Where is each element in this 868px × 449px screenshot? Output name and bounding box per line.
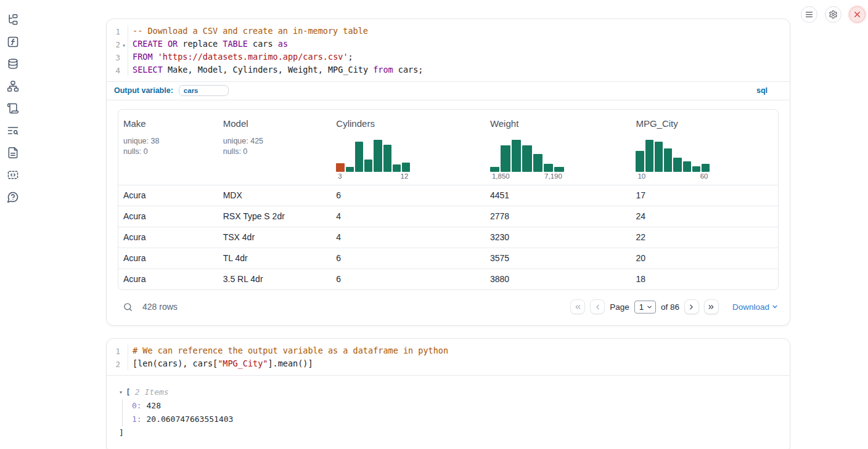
marimo-app: 1-- Download a CSV and create an in-memo… — [0, 0, 868, 449]
histogram-bars — [336, 140, 410, 172]
column-header-make[interactable]: Makeunique: 38nulls: 0 — [118, 110, 218, 185]
row-count: 428 rows — [142, 302, 178, 312]
menu-icon[interactable] — [801, 6, 817, 23]
histogram-axis: 312 — [336, 172, 410, 180]
histogram-bar — [355, 142, 363, 172]
help-chat-icon[interactable] — [2, 186, 24, 208]
file-tree-icon[interactable] — [2, 9, 24, 31]
line-number: 2 — [107, 358, 120, 371]
table-cell: 3880 — [485, 269, 631, 289]
histogram-bar — [393, 164, 401, 172]
last-page-button[interactable] — [704, 299, 719, 314]
fold-chevron-icon[interactable]: ▾ — [120, 38, 128, 52]
histogram-bar — [554, 167, 563, 172]
column-header-weight[interactable]: Weight1,8507,190 — [485, 110, 631, 185]
axis-tick-label: 60 — [700, 172, 708, 180]
histogram-bar — [512, 140, 521, 172]
table-cell: 3575 — [485, 248, 631, 269]
code-line[interactable]: 3FROM 'https://datasets.marimo.app/cars.… — [107, 51, 790, 64]
histogram-bars — [490, 140, 564, 172]
column-header-cylinders[interactable]: Cylinders312 — [331, 110, 485, 185]
download-button[interactable]: Download — [732, 302, 779, 312]
python-output: ▾ [ 2 Items 0: 4281: 20.060747663551403 … — [107, 376, 790, 449]
item-index: 0: — [132, 401, 142, 410]
histogram-bar — [364, 160, 372, 172]
sql-table-output: Makeunique: 38nulls: 0Modelunique: 425nu… — [107, 100, 790, 290]
code-line[interactable]: 1-- Download a CSV and create an in-memo… — [107, 25, 790, 38]
first-page-button[interactable] — [570, 299, 585, 314]
item-index: 1: — [132, 415, 142, 424]
column-stat: unique: 425 — [223, 136, 327, 147]
code-text: FROM 'https://datasets.marimo.app/cars.c… — [128, 51, 353, 64]
output-variable-label: Output variable: — [114, 86, 173, 95]
column-header-model[interactable]: Modelunique: 425nulls: 0 — [218, 110, 332, 185]
code-text: SELECT Make, Model, Cylinders, Weight, M… — [128, 64, 423, 77]
code-line[interactable]: 4SELECT Make, Model, Cylinders, Weight, … — [107, 64, 790, 77]
python-code-editor[interactable]: 1# We can reference the output variable … — [107, 339, 790, 375]
next-page-button[interactable] — [684, 299, 699, 314]
output-list-header: ▾ [ 2 Items — [119, 386, 779, 399]
axis-tick-label: 12 — [401, 172, 409, 180]
previous-page-button[interactable] — [590, 299, 605, 314]
dependency-graph-icon[interactable] — [2, 75, 24, 97]
table-header-row: Makeunique: 38nulls: 0Modelunique: 425nu… — [118, 110, 778, 185]
scroll-icon[interactable] — [2, 97, 24, 119]
gear-icon[interactable] — [825, 6, 841, 23]
table-cell: 6 — [331, 185, 485, 206]
sql-code-editor[interactable]: 1-- Download a CSV and create an in-memo… — [107, 19, 790, 81]
table-row[interactable]: AcuraTSX 4dr4323022 — [118, 227, 778, 248]
table-row[interactable]: AcuraRSX Type S 2dr4277824 — [118, 206, 778, 227]
output-variable-input[interactable] — [179, 85, 229, 96]
output-list-item: 0: 428 — [132, 399, 779, 413]
histogram-bar — [490, 167, 499, 172]
histogram-bar — [645, 140, 653, 172]
data-table: Makeunique: 38nulls: 0Modelunique: 425nu… — [118, 109, 779, 290]
page-total-label: of 86 — [661, 302, 679, 312]
line-number: 4 — [107, 64, 120, 77]
table-cell: TL 4dr — [218, 248, 332, 269]
bracket-open: [ — [126, 386, 131, 399]
column-header-mpg_city[interactable]: MPG_City1060 — [631, 110, 778, 185]
code-text: CREATE OR replace TABLE cars as — [128, 38, 288, 52]
column-stat: nulls: 0 — [223, 147, 327, 157]
code-line[interactable]: 2[len(cars), cars["MPG_City"].mean()] — [107, 358, 790, 371]
table-cell: 6 — [331, 248, 485, 269]
code-line[interactable]: 1# We can reference the output variable … — [107, 345, 790, 358]
notebook-controls — [801, 6, 866, 23]
snippets-icon[interactable] — [2, 164, 24, 186]
logs-search-icon[interactable] — [2, 119, 24, 142]
histogram-bar — [346, 167, 354, 172]
table-cell: 4 — [331, 227, 485, 248]
histogram-bar — [683, 161, 691, 172]
code-line[interactable]: 2▾CREATE OR replace TABLE cars as — [107, 38, 790, 52]
fold-gutter — [120, 51, 128, 64]
document-icon[interactable] — [2, 142, 24, 164]
table-footer: 428 rows Page 1 of 86 — [107, 290, 790, 325]
histogram-bar — [402, 163, 410, 172]
pagination: Page 1 of 86 Download — [570, 299, 779, 314]
collapse-chevron-icon[interactable]: ▾ — [119, 386, 126, 399]
search-icon[interactable] — [118, 302, 133, 312]
fold-gutter — [120, 25, 128, 38]
database-icon[interactable] — [2, 53, 24, 75]
axis-tick-label: 3 — [338, 172, 342, 180]
code-text: # We can reference the output variable a… — [128, 345, 448, 358]
table-cell: 17 — [631, 185, 778, 206]
table-row[interactable]: AcuraMDX6445117 — [118, 185, 778, 206]
table-cell: 3.5 RL 4dr — [218, 269, 332, 289]
column-histogram: 1060 — [636, 140, 710, 180]
histogram-bar — [636, 151, 644, 172]
page-select[interactable]: 1 — [634, 301, 656, 313]
column-stat: unique: 38 — [123, 136, 213, 147]
fold-gutter — [120, 345, 128, 358]
table-cell: 24 — [631, 206, 778, 227]
table-row[interactable]: AcuraTL 4dr6357520 — [118, 248, 778, 269]
histogram-bar — [383, 145, 391, 172]
table-cell: MDX — [218, 185, 332, 206]
function-square-icon[interactable] — [2, 31, 24, 53]
histogram-bar — [544, 164, 553, 172]
close-icon[interactable] — [849, 6, 866, 23]
table-row[interactable]: Acura3.5 RL 4dr6388018 — [118, 269, 778, 289]
axis-tick-label: 1,850 — [492, 172, 510, 180]
table-cell: TSX 4dr — [218, 227, 332, 248]
